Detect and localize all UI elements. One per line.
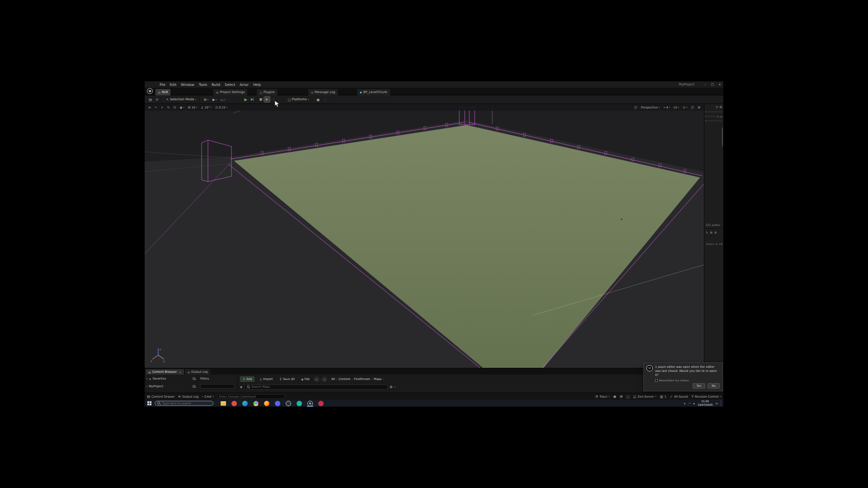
frame-skip-button[interactable]: ▶▏ [249,97,258,102]
show-flags-dropdown[interactable]: ⊙▾ [681,106,689,109]
revision-control-dropdown[interactable]: Y Revision Control ▾ [691,394,721,399]
tab-project-settings[interactable]: ⚙ Project Settings [213,89,247,95]
close-button[interactable]: × [716,83,723,86]
select-tool-button[interactable]: ↖ [153,106,159,109]
fab-button[interactable]: ◈ Fab [299,377,311,382]
app-icon-red[interactable] [231,401,237,406]
menu-help[interactable]: Help [251,83,263,87]
breadcrumb-item-content[interactable]: Content [339,377,350,381]
level-viewport[interactable]: z x y ≡ ↖ + ↻ ⊡ ◉▾ ⊞10▾ ∠10°▾ ⊡0.25▾ ◫ P… [145,104,704,368]
pin-icon[interactable]: ◎ [720,115,722,118]
viewport-maximize-button[interactable]: ⊞ [696,106,702,109]
zen-server-dropdown[interactable]: ◫ Zen Server ▾ [633,394,656,399]
stop-button[interactable]: ■ [257,97,264,102]
import-button[interactable]: ↓ Import [257,377,274,382]
menu-select[interactable]: Select [222,83,237,87]
forward-button[interactable]: → [322,377,327,382]
save-status[interactable]: ✓ All Saved [670,394,688,399]
asset-search-input[interactable] [251,385,385,389]
outliner-scrollbar[interactable] [722,127,723,146]
remember-choice-row[interactable]: Remember my choice [655,379,720,382]
content-drawer-button[interactable]: ▤ Content Drawer [147,394,175,399]
unreal-engine-icon[interactable]: U [307,401,313,406]
menu-file[interactable]: File [157,83,168,87]
outliner-settings-icon[interactable]: ⊞ [720,105,722,109]
tab-message-log[interactable]: ✉ Message Log [308,89,338,95]
breadcrumb-item-firstperson[interactable]: FirstPerson [354,377,370,381]
perspective-dropdown[interactable]: Perspective▾ [639,106,661,109]
show-desktop-button[interactable] [721,400,722,407]
asset-search-box[interactable] [244,385,388,389]
unreal-logo-icon[interactable]: U [147,88,153,94]
menu-tools[interactable]: Tools [197,83,209,87]
cinematics-dropdown[interactable]: ▭▾ [218,97,227,103]
back-button[interactable]: ← [314,377,319,382]
taskbar-clock[interactable]: 11:25 13/07/2025 [698,400,712,406]
platforms-dropdown[interactable]: ▢ Platforms ▾ [286,97,311,103]
menu-actor[interactable]: Actor [237,83,251,87]
tray-expand-icon[interactable]: ∧ [684,402,685,405]
outliner-menu-icon[interactable]: ≡ [716,105,718,109]
taskbar-search-box[interactable] [155,401,213,406]
minimize-button[interactable]: – [702,83,709,86]
add-button[interactable]: + Add [240,376,255,382]
console-command-input[interactable] [219,395,283,399]
viewport-layout-button[interactable]: ◫ [632,106,639,109]
filters-search-input[interactable] [200,384,235,389]
frame-icon[interactable]: ▢ [626,394,629,399]
start-button[interactable] [145,400,154,407]
favorites-section[interactable]: ▾ ★ Favorites [146,375,196,382]
search-icon[interactable] [193,377,196,380]
move-tool-button[interactable]: + [159,106,165,109]
tab-content-browser[interactable]: ▤ Content Browser × [146,369,184,375]
expander-icon[interactable]: ▾ [146,385,147,388]
scale-tool-button[interactable]: ⊡ [172,106,178,109]
insights-icon[interactable]: ⊞ [620,394,623,399]
view-options-icon[interactable]: ⚙ [390,385,393,389]
visibility-eye-icon[interactable]: ⊙ [717,115,719,118]
view-mode-dropdown[interactable]: Lit▾ [672,106,681,109]
filter-funnel-icon[interactable]: ▼ [240,385,242,389]
surface-snap-dropdown[interactable]: ◉▾ [178,106,186,109]
tray-volume-icon[interactable]: ▸ [693,402,695,405]
search-icon[interactable] [193,385,196,388]
tab-output-log[interactable]: ≡ Output Log [185,369,210,375]
camera-speed-dropdown[interactable]: »4▾ [661,106,672,109]
outliner-row[interactable]: ▾ [704,119,723,123]
tab-bp-levelchunk[interactable]: ● BP_LevelChunk [357,89,390,95]
menu-window[interactable]: Window [179,83,197,87]
action-center-icon[interactable]: ▭ [715,402,718,405]
close-tab-icon[interactable]: × [179,371,181,374]
breadcrumb-item-all[interactable]: All [331,377,335,381]
rotation-snap-dropdown[interactable]: ∠10°▾ [199,106,213,109]
tray-network-icon[interactable]: ◠ [689,402,691,405]
maximize-button[interactable]: ▢ [709,83,716,86]
cmd-dropdown[interactable]: › Cmd ▾ [202,394,213,399]
viewport-split-button[interactable]: ◫ [689,106,696,109]
quick-add-dropdown[interactable]: ⊞▾ [202,97,211,103]
grid-snap-dropdown[interactable]: ⊞10▾ [186,106,199,109]
console-command-box[interactable] [217,394,285,399]
app-icon-teal[interactable] [297,401,302,406]
blueprints-dropdown[interactable]: ◆▾ [210,97,218,103]
details-edit-icon[interactable]: ✎ [706,231,708,235]
remember-choice-checkbox[interactable] [655,379,658,382]
chrome-browser-icon[interactable] [253,401,259,406]
screenshot-icon[interactable]: ◉ [613,394,616,399]
launch-button[interactable]: ▶ [264,97,270,102]
breadcrumb-item-maps[interactable]: Maps [374,377,382,381]
outliner-row[interactable]: ▾ [704,110,723,114]
menu-edit[interactable]: Edit [168,83,179,87]
play-button[interactable]: ▶ [242,97,249,103]
scale-snap-dropdown[interactable]: ⊡0.25▾ [213,106,229,109]
tab-level-9x9[interactable]: ⊞ 9x9 [156,89,170,95]
details-settings-icon[interactable]: ⚙ [714,231,717,235]
selection-mode-dropdown[interactable]: ↖ Selection Mode ▾ [164,97,198,103]
trace-dropdown[interactable]: ◔ Trace ▾ [595,394,609,399]
taskbar-search-input[interactable] [162,402,211,405]
project-launcher-button[interactable]: ▣ [315,97,321,103]
viewport-3d-scene[interactable]: z x y [145,104,704,368]
project-section[interactable]: ▾ MyProject [146,383,196,389]
yes-button[interactable]: Yes [693,383,706,389]
history-button[interactable]: ↺ [154,97,160,103]
